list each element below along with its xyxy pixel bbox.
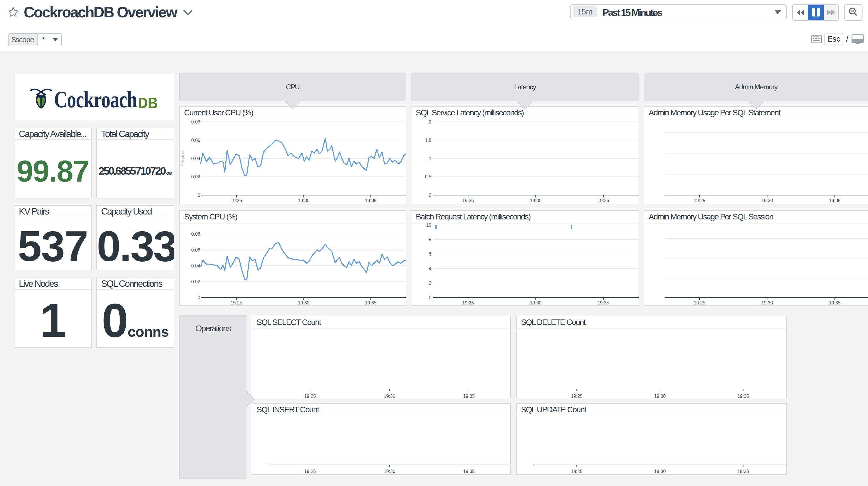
svg-text:0.08: 0.08 xyxy=(191,119,200,124)
svg-text:0.04: 0.04 xyxy=(191,156,200,161)
svg-text:0.04: 0.04 xyxy=(191,263,200,268)
svg-text:19:25: 19:25 xyxy=(230,301,242,305)
svg-text:19:35: 19:35 xyxy=(829,198,841,203)
svg-text:Percent: Percent xyxy=(180,150,185,167)
svg-text:0: 0 xyxy=(198,193,200,198)
svg-text:19:30: 19:30 xyxy=(298,301,309,305)
svg-text:19:30: 19:30 xyxy=(298,198,309,203)
svg-text:19:35: 19:35 xyxy=(365,301,376,305)
svg-text:2: 2 xyxy=(429,119,431,124)
svg-text:19:30: 19:30 xyxy=(654,469,666,474)
svg-text:19:25: 19:25 xyxy=(230,198,242,203)
svg-text:19:30: 19:30 xyxy=(384,394,395,398)
svg-text:0: 0 xyxy=(429,193,431,198)
svg-text:19:35: 19:35 xyxy=(829,301,841,305)
svg-text:19:30: 19:30 xyxy=(762,198,773,203)
svg-text:0.02: 0.02 xyxy=(191,279,200,284)
svg-text:19:30: 19:30 xyxy=(762,301,773,305)
svg-text:19:25: 19:25 xyxy=(694,198,705,203)
svg-text:19:35: 19:35 xyxy=(737,469,749,474)
svg-text:19:30: 19:30 xyxy=(384,469,395,474)
svg-text:19:25: 19:25 xyxy=(304,469,316,474)
svg-text:0.06: 0.06 xyxy=(191,138,200,143)
svg-text:19:25: 19:25 xyxy=(571,394,583,398)
svg-text:19:35: 19:35 xyxy=(365,198,376,203)
svg-text:0.02: 0.02 xyxy=(191,174,200,179)
svg-text:0.08: 0.08 xyxy=(191,232,200,236)
svg-text:19:25: 19:25 xyxy=(694,301,705,305)
svg-text:1: 1 xyxy=(429,156,431,161)
svg-text:19:35: 19:35 xyxy=(597,198,609,203)
svg-text:19:35: 19:35 xyxy=(597,301,609,305)
svg-text:19:25: 19:25 xyxy=(571,469,583,474)
svg-text:0.06: 0.06 xyxy=(191,248,200,252)
svg-text:6: 6 xyxy=(429,252,431,256)
svg-text:19:25: 19:25 xyxy=(304,394,316,398)
svg-text:19:35: 19:35 xyxy=(463,394,475,398)
svg-text:19:25: 19:25 xyxy=(462,198,474,203)
svg-text:19:30: 19:30 xyxy=(530,198,541,203)
svg-text:19:35: 19:35 xyxy=(737,394,749,398)
svg-text:19:25: 19:25 xyxy=(462,301,474,305)
svg-text:1.5: 1.5 xyxy=(425,138,431,143)
svg-text:19:30: 19:30 xyxy=(530,301,541,305)
svg-text:8: 8 xyxy=(429,237,431,242)
svg-text:19:35: 19:35 xyxy=(463,469,475,474)
svg-text:10: 10 xyxy=(426,224,431,228)
svg-text:2: 2 xyxy=(429,281,431,286)
svg-text:0: 0 xyxy=(429,295,431,300)
svg-text:4: 4 xyxy=(429,266,431,271)
svg-text:19:30: 19:30 xyxy=(654,394,666,398)
svg-text:0: 0 xyxy=(198,295,200,300)
svg-text:0.5: 0.5 xyxy=(425,174,431,179)
